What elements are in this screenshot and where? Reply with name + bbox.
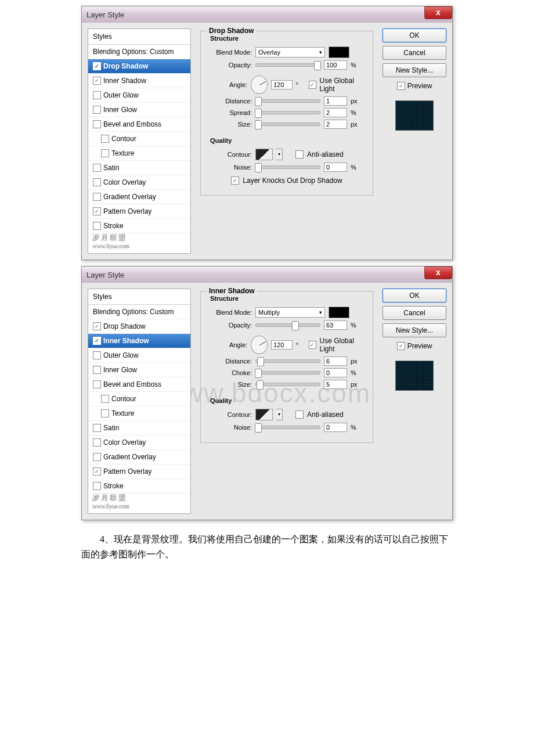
- close-icon[interactable]: x: [424, 6, 452, 19]
- checkbox[interactable]: [93, 120, 101, 128]
- checkbox[interactable]: [93, 106, 101, 114]
- checkbox[interactable]: [93, 77, 101, 85]
- sidebar-item-gradient-overlay[interactable]: Gradient Overlay: [88, 450, 190, 465]
- blending-options[interactable]: Blending Options: Custom: [88, 305, 190, 319]
- blend-mode-dropdown[interactable]: Overlay: [255, 47, 325, 57]
- checkbox[interactable]: [101, 135, 109, 143]
- distance-input[interactable]: 1: [324, 96, 347, 106]
- cancel-button[interactable]: Cancel: [383, 46, 446, 60]
- checkbox[interactable]: [93, 438, 101, 447]
- checkbox[interactable]: [93, 351, 101, 359]
- sidebar-item-bevel-and-emboss[interactable]: Bevel and Emboss: [88, 117, 190, 132]
- color-swatch[interactable]: [329, 307, 349, 318]
- sidebar-item-color-overlay[interactable]: Color Overlay: [88, 175, 190, 190]
- contour-dropdown[interactable]: ▾: [276, 149, 283, 160]
- checkbox[interactable]: [101, 409, 109, 417]
- opacity-input[interactable]: 100: [324, 60, 347, 70]
- checkbox[interactable]: [93, 91, 101, 99]
- sidebar-item-contour[interactable]: Contour: [88, 132, 190, 146]
- checkbox[interactable]: [93, 322, 101, 330]
- angle-dial[interactable]: [251, 336, 268, 354]
- opacity-input[interactable]: 63: [324, 321, 347, 330]
- sidebar-item-stroke[interactable]: Stroke: [88, 219, 190, 233]
- contour-picker[interactable]: [255, 409, 273, 420]
- distance-input[interactable]: 6: [324, 357, 347, 366]
- noise-input[interactable]: 0: [324, 423, 347, 432]
- sidebar-item-inner-glow[interactable]: Inner Glow: [88, 103, 190, 117]
- checkbox[interactable]: [93, 380, 101, 388]
- sidebar-item-texture[interactable]: Texture: [88, 406, 190, 421]
- cancel-button[interactable]: Cancel: [383, 306, 446, 320]
- checkbox[interactable]: [93, 467, 101, 476]
- styles-header[interactable]: Styles: [88, 289, 190, 305]
- color-swatch[interactable]: [329, 46, 349, 58]
- size-slider[interactable]: [255, 123, 320, 126]
- sidebar-item-pattern-overlay[interactable]: Pattern Overlay: [88, 465, 190, 479]
- styles-header[interactable]: Styles: [88, 29, 190, 45]
- size-input[interactable]: 5: [324, 380, 347, 389]
- sidebar-item-drop-shadow[interactable]: Drop Shadow: [88, 59, 190, 74]
- opacity-slider[interactable]: [255, 323, 320, 327]
- choke-slider[interactable]: [255, 371, 320, 375]
- ok-button[interactable]: OK: [383, 28, 446, 42]
- sidebar-item-outer-glow[interactable]: Outer Glow: [88, 88, 190, 103]
- checkbox[interactable]: [93, 164, 101, 172]
- preview-checkbox[interactable]: [397, 82, 405, 90]
- choke-input[interactable]: 0: [324, 368, 347, 377]
- size-slider[interactable]: [255, 383, 320, 386]
- checkbox[interactable]: [93, 222, 101, 230]
- spread-input[interactable]: 2: [324, 108, 347, 117]
- use-global-light-checkbox[interactable]: [309, 341, 316, 349]
- layer-knocks-checkbox[interactable]: [231, 177, 239, 185]
- angle-dial[interactable]: [251, 75, 268, 94]
- antialiased-checkbox[interactable]: [295, 150, 304, 159]
- preview-checkbox[interactable]: [397, 342, 405, 350]
- sidebar-item-satin[interactable]: Satin: [88, 421, 190, 435]
- sidebar-item-bevel-and-emboss[interactable]: Bevel and Emboss: [88, 377, 190, 392]
- use-global-light-checkbox[interactable]: [309, 81, 316, 89]
- sidebar-item-pattern-overlay[interactable]: Pattern Overlay: [88, 204, 190, 219]
- sidebar-item-inner-glow[interactable]: Inner Glow: [88, 363, 190, 377]
- sidebar-item-texture[interactable]: Texture: [88, 146, 190, 161]
- blending-options[interactable]: Blending Options: Custom: [88, 45, 190, 59]
- checkbox[interactable]: [93, 453, 101, 461]
- noise-input[interactable]: 0: [324, 163, 347, 172]
- sidebar-item-contour[interactable]: Contour: [88, 392, 190, 406]
- checkbox[interactable]: [101, 395, 109, 403]
- sidebar-item-inner-shadow[interactable]: Inner Shadow: [88, 74, 190, 88]
- new-style-button[interactable]: New Style...: [383, 63, 446, 77]
- sidebar-item-outer-glow[interactable]: Outer Glow: [88, 348, 190, 363]
- sidebar-item-drop-shadow[interactable]: Drop Shadow: [88, 319, 190, 334]
- blend-mode-dropdown[interactable]: Multiply: [255, 307, 325, 318]
- checkbox[interactable]: [93, 178, 101, 186]
- distance-slider[interactable]: [255, 99, 320, 103]
- checkbox[interactable]: [93, 366, 101, 374]
- checkbox[interactable]: [93, 207, 101, 215]
- noise-slider[interactable]: [255, 165, 320, 169]
- titlebar[interactable]: Layer Style x: [82, 267, 452, 283]
- ok-button[interactable]: OK: [383, 289, 446, 303]
- sidebar-item-color-overlay[interactable]: Color Overlay: [88, 435, 190, 450]
- angle-input[interactable]: 120: [271, 80, 293, 89]
- contour-picker[interactable]: [255, 149, 273, 160]
- sidebar-item-stroke[interactable]: Stroke: [88, 479, 190, 494]
- checkbox[interactable]: [93, 193, 101, 201]
- checkbox[interactable]: [93, 482, 101, 490]
- close-icon[interactable]: x: [424, 267, 452, 279]
- distance-slider[interactable]: [255, 359, 320, 363]
- contour-dropdown[interactable]: ▾: [276, 409, 283, 420]
- sidebar-item-inner-shadow[interactable]: Inner Shadow: [88, 334, 190, 348]
- opacity-slider[interactable]: [255, 63, 320, 67]
- sidebar-item-satin[interactable]: Satin: [88, 161, 190, 175]
- size-input[interactable]: 2: [324, 120, 347, 129]
- antialiased-checkbox[interactable]: [295, 411, 304, 419]
- checkbox[interactable]: [93, 424, 101, 432]
- spread-slider[interactable]: [255, 111, 320, 114]
- checkbox[interactable]: [101, 149, 109, 157]
- sidebar-item-gradient-overlay[interactable]: Gradient Overlay: [88, 190, 190, 204]
- titlebar[interactable]: Layer Style x: [82, 6, 452, 23]
- angle-input[interactable]: 120: [271, 340, 293, 350]
- checkbox[interactable]: [93, 337, 101, 345]
- checkbox[interactable]: [93, 62, 101, 70]
- new-style-button[interactable]: New Style...: [383, 323, 446, 337]
